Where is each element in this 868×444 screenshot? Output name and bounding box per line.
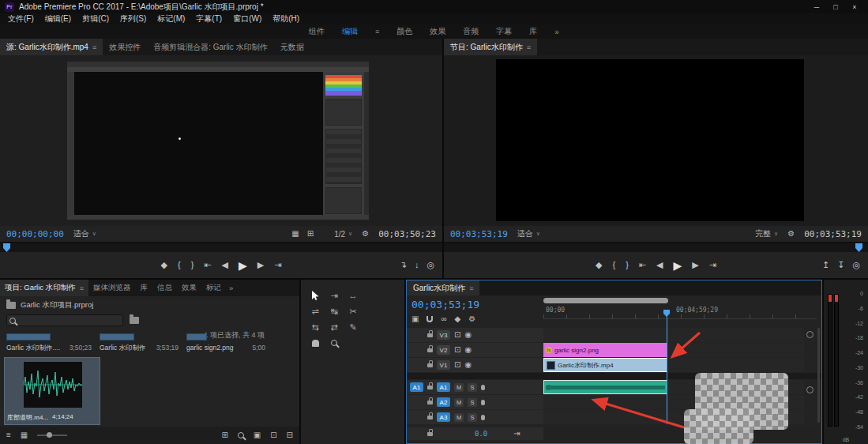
mute-button[interactable]: M: [454, 413, 464, 422]
razor-tool-icon[interactable]: ✂: [345, 305, 361, 318]
track-badge-v3[interactable]: V3: [437, 330, 450, 340]
solo-button[interactable]: S: [468, 383, 477, 392]
sync-lock-icon[interactable]: ⊡: [454, 346, 460, 354]
track-lane-v1[interactable]: Garlic水印制作.mp4: [543, 358, 804, 372]
track-lane-v3[interactable]: [543, 328, 804, 342]
program-fit-select[interactable]: 适合 ∨: [517, 228, 540, 239]
mute-button[interactable]: M: [454, 398, 464, 407]
linked-selection-icon[interactable]: ∞: [441, 315, 446, 323]
close-button[interactable]: ×: [846, 1, 863, 13]
rate-stretch-tool-icon[interactable]: ↹: [326, 305, 342, 318]
add-marker-button[interactable]: ◆: [596, 261, 602, 269]
workspace-tab-effects[interactable]: 效果: [430, 26, 445, 37]
snap-magnet-icon[interactable]: [426, 316, 433, 322]
program-position-timecode[interactable]: 00;03;53;19: [450, 229, 508, 239]
tab-source[interactable]: 源: Garlic水印制作.mp4 ≡: [0, 39, 103, 55]
solo-button[interactable]: S: [468, 398, 477, 407]
menu-item-clip[interactable]: 剪辑(C): [82, 13, 109, 24]
project-item[interactable]: Garlic 水印制作 3;53;19: [100, 333, 178, 353]
clip-indicator[interactable]: [835, 295, 838, 302]
step-back-button[interactable]: ◀: [222, 261, 228, 269]
source-scrubber[interactable]: [0, 242, 442, 252]
program-playhead[interactable]: [855, 243, 862, 252]
project-tab-overflow-icon[interactable]: »: [226, 280, 236, 296]
overwrite-button[interactable]: ↓: [415, 261, 419, 269]
lock-icon[interactable]: [427, 432, 433, 436]
add-marker-button[interactable]: ◆: [161, 261, 167, 269]
workspace-overflow-icon[interactable]: »: [554, 28, 559, 36]
sync-lock-icon[interactable]: ⊡: [454, 361, 460, 369]
tab-markers[interactable]: 标记: [201, 280, 226, 296]
lock-icon[interactable]: [427, 386, 433, 389]
mark-out-button[interactable]: }: [626, 261, 629, 269]
workspace-tab-audio[interactable]: 音频: [463, 26, 479, 37]
track-badge-a3[interactable]: A3: [437, 412, 450, 422]
maximize-button[interactable]: □: [827, 1, 844, 13]
extract-button[interactable]: ↧: [837, 261, 844, 269]
master-gain-value[interactable]: 0.0: [475, 430, 487, 438]
icon-view-icon[interactable]: ▦: [21, 431, 28, 439]
rolling-edit-tool-icon[interactable]: ⇌: [307, 305, 323, 318]
track-height-knob[interactable]: [806, 331, 814, 338]
voiceover-mic-icon[interactable]: [481, 385, 485, 390]
tab-project[interactable]: 项目: Garlic 水印制作 ≡: [0, 280, 88, 296]
tab-effect-controls[interactable]: 效果控件: [103, 39, 147, 55]
workspace-tab-color[interactable]: 颜色: [396, 26, 412, 37]
program-scrubber[interactable]: [444, 242, 868, 252]
export-frame-button[interactable]: ◎: [852, 261, 860, 269]
timeline-zoom-scrollbar[interactable]: [543, 298, 668, 303]
menu-item-edit[interactable]: 编辑(E): [45, 13, 71, 24]
slide-tool-icon[interactable]: ⇄: [326, 321, 342, 333]
lock-icon[interactable]: [427, 363, 433, 367]
bin-navigation-icon[interactable]: [130, 317, 139, 324]
solo-button[interactable]: S: [468, 413, 477, 422]
timeline-ruler[interactable]: 00;00 00;04;59;29: [543, 305, 817, 319]
track-lane-v2[interactable]: fx garlic sign2.png: [543, 343, 804, 357]
track-visibility-eye-icon[interactable]: ◉: [464, 361, 472, 369]
track-badge-v2[interactable]: V2: [437, 345, 450, 355]
track-badge-v1[interactable]: V1: [437, 360, 450, 370]
tab-audio-clip-mixer[interactable]: 音频剪辑混合器: Garlic 水印制作: [147, 39, 273, 55]
tab-sequence[interactable]: Garlic水印制作 ≡: [407, 280, 479, 295]
search-input[interactable]: [6, 314, 123, 326]
track-badge-a1[interactable]: A1: [437, 382, 450, 392]
mark-in-button[interactable]: {: [178, 261, 181, 269]
panel-menu-icon[interactable]: ≡: [469, 284, 473, 292]
program-quality-select[interactable]: 完整 ∨: [755, 228, 778, 239]
workspace-tab-libraries[interactable]: 库: [529, 26, 537, 37]
tab-info[interactable]: 信息: [152, 280, 177, 296]
program-monitor-screen[interactable]: [444, 55, 868, 226]
find-icon[interactable]: [238, 432, 244, 438]
source-fit-select[interactable]: 适合 ∨: [73, 228, 96, 239]
ripple-edit-tool-icon[interactable]: ↔: [345, 289, 361, 302]
menu-item-window[interactable]: 窗口(W): [233, 13, 261, 24]
project-item[interactable]: Garlic 水印制作.... 3;50;23: [6, 333, 92, 353]
thumbnail-zoom-slider[interactable]: [37, 435, 67, 436]
list-view-icon[interactable]: ≡: [6, 431, 11, 439]
track-badge-a2[interactable]: A2: [437, 397, 450, 407]
export-frame-button[interactable]: ◎: [426, 261, 434, 269]
slip-tool-icon[interactable]: ⇆: [307, 321, 323, 333]
track-visibility-eye-icon[interactable]: ◉: [464, 331, 472, 339]
play-button[interactable]: ▶: [239, 260, 247, 271]
voiceover-mic-icon[interactable]: [481, 415, 485, 420]
settings-wrench-icon[interactable]: ⚙: [362, 230, 369, 238]
minimize-button[interactable]: ─: [808, 1, 825, 13]
clip-garlic-sign2[interactable]: fx garlic sign2.png: [543, 343, 667, 357]
workspace-menu-icon[interactable]: ≡: [375, 28, 379, 36]
tab-metadata[interactable]: 元数据: [274, 39, 310, 55]
zoom-tool-icon[interactable]: [326, 337, 342, 349]
tab-effects[interactable]: 效果: [177, 280, 201, 296]
go-to-in-button[interactable]: ⇤: [639, 261, 646, 269]
lock-icon[interactable]: [427, 333, 433, 337]
go-to-out-button[interactable]: ⇥: [274, 261, 281, 269]
mark-in-button[interactable]: {: [612, 261, 615, 269]
source-badge-a1[interactable]: A1: [410, 382, 423, 392]
safe-margins-icon[interactable]: ▦: [291, 230, 299, 238]
step-forward-button[interactable]: ▶: [257, 261, 264, 269]
go-to-in-button[interactable]: ⇤: [204, 261, 211, 269]
settings-wrench-icon[interactable]: ⚙: [787, 230, 795, 238]
workspace-tab-titles[interactable]: 字幕: [496, 26, 512, 37]
timeline-vertical-scrollbar[interactable]: [817, 328, 820, 423]
mute-button[interactable]: M: [454, 383, 464, 392]
